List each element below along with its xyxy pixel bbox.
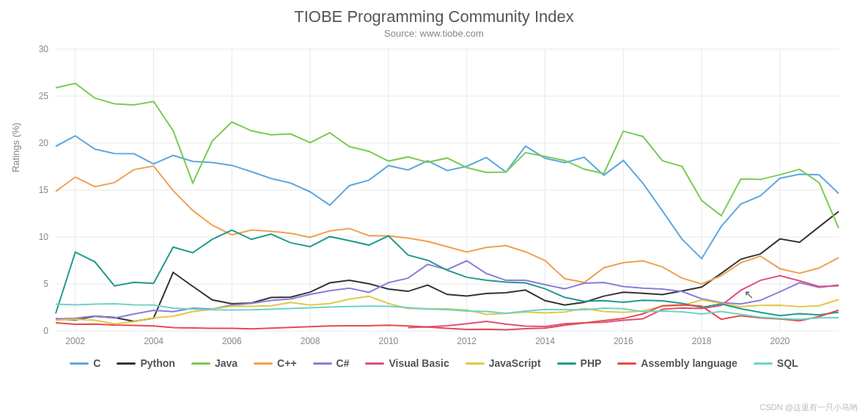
svg-text:10: 10: [39, 232, 49, 242]
legend-item-php[interactable]: PHP: [557, 357, 602, 369]
svg-text:2004: 2004: [144, 336, 163, 346]
svg-text:2020: 2020: [770, 336, 790, 346]
legend-item-assembly-language[interactable]: Assembly language: [617, 357, 738, 369]
y-axis-label: Ratings (%): [10, 123, 21, 172]
legend-swatch: [70, 362, 89, 365]
legend-swatch: [466, 362, 485, 365]
svg-text:2016: 2016: [614, 336, 633, 346]
svg-text:2012: 2012: [457, 336, 477, 346]
svg-text:5: 5: [43, 279, 48, 289]
svg-text:15: 15: [39, 185, 49, 195]
legend-swatch: [557, 362, 576, 365]
svg-text:2018: 2018: [692, 336, 712, 346]
plot-area: Ratings (%) 0510152025302002200420062008…: [15, 43, 853, 351]
svg-text:2002: 2002: [65, 336, 85, 346]
legend-label: Java: [215, 357, 238, 369]
svg-text:25: 25: [39, 91, 49, 101]
legend-item-java[interactable]: Java: [191, 357, 238, 369]
chart-svg: 0510152025302002200420062008201020122014…: [15, 43, 853, 351]
chart-container: TIOBE Programming Community Index Source…: [0, 0, 868, 416]
legend-item-python[interactable]: Python: [117, 357, 174, 369]
legend-label: Assembly language: [641, 357, 738, 369]
legend-swatch: [617, 362, 636, 365]
svg-text:2008: 2008: [301, 336, 320, 346]
legend-swatch: [754, 362, 773, 365]
legend-label: C#: [336, 357, 350, 369]
legend-label: Python: [140, 357, 174, 369]
legend-swatch: [191, 362, 210, 365]
watermark: CSDN @这里有一只小马哟: [760, 402, 858, 413]
chart-subtitle: Source: www.tiobe.com: [15, 28, 853, 39]
svg-text:0: 0: [43, 326, 48, 336]
svg-text:2006: 2006: [222, 336, 242, 346]
legend-item-sql[interactable]: SQL: [754, 357, 798, 369]
legend-label: C: [93, 357, 100, 369]
svg-text:2010: 2010: [379, 336, 399, 346]
legend-swatch: [254, 362, 273, 365]
svg-text:30: 30: [39, 44, 49, 54]
svg-text:2014: 2014: [535, 336, 555, 346]
legend-label: Visual Basic: [389, 357, 449, 369]
series-c: [56, 136, 839, 258]
legend-label: JavaScript: [489, 357, 541, 369]
series-c-: [56, 166, 839, 284]
legend-item-javascript[interactable]: JavaScript: [466, 357, 541, 369]
chart-title: TIOBE Programming Community Index: [15, 7, 853, 26]
legend: CPythonJavaC++C#Visual BasicJavaScriptPH…: [15, 357, 853, 369]
legend-item-c-[interactable]: C++: [254, 357, 296, 369]
legend-swatch: [365, 362, 384, 365]
legend-label: SQL: [777, 357, 798, 369]
legend-label: PHP: [581, 357, 602, 369]
legend-swatch: [117, 362, 136, 365]
legend-label: C++: [277, 357, 296, 369]
svg-text:20: 20: [39, 138, 49, 148]
legend-item-c-[interactable]: C#: [313, 357, 350, 369]
legend-item-c[interactable]: C: [70, 357, 100, 369]
legend-swatch: [313, 362, 332, 365]
legend-item-visual-basic[interactable]: Visual Basic: [365, 357, 449, 369]
